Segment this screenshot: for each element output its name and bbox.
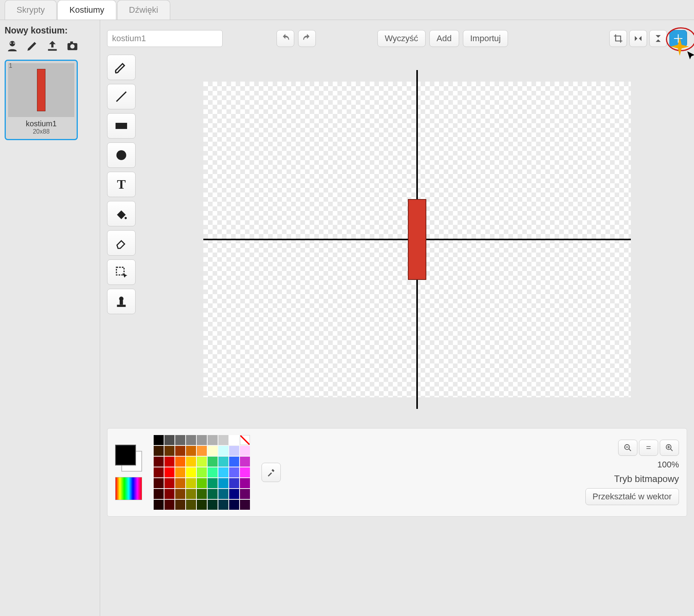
zoom-in-button[interactable] <box>660 440 679 456</box>
palette-color[interactable] <box>197 457 207 467</box>
flip-vertical-button[interactable] <box>649 30 667 47</box>
add-button[interactable]: Add <box>429 30 459 47</box>
camera-icon[interactable] <box>65 38 80 54</box>
paint-icon[interactable] <box>25 38 40 54</box>
palette-color[interactable] <box>218 457 228 467</box>
zoom-reset-button[interactable]: = <box>639 440 658 456</box>
palette-color[interactable] <box>240 446 250 456</box>
palette-color[interactable] <box>164 478 174 488</box>
convert-to-vector-button[interactable]: Przekształć w wektor <box>585 488 679 505</box>
palette-color[interactable] <box>208 478 218 488</box>
palette-color[interactable] <box>175 489 185 499</box>
text-tool[interactable]: T <box>107 172 136 197</box>
fg-bg-swatch[interactable] <box>115 445 142 472</box>
palette-color[interactable] <box>240 435 250 445</box>
palette-color[interactable] <box>197 500 207 510</box>
palette-color[interactable] <box>186 478 196 488</box>
palette-color[interactable] <box>175 478 185 488</box>
palette-color[interactable] <box>175 467 185 477</box>
fill-tool[interactable] <box>107 201 136 226</box>
color-gradient-picker[interactable] <box>115 477 142 500</box>
palette-color[interactable] <box>208 446 218 456</box>
palette-color[interactable] <box>186 446 196 456</box>
palette-color[interactable] <box>240 478 250 488</box>
palette-color[interactable] <box>154 489 164 499</box>
palette-color[interactable] <box>229 457 239 467</box>
rectangle-tool[interactable] <box>107 113 136 139</box>
palette-color[interactable] <box>240 489 250 499</box>
ellipse-tool[interactable] <box>107 142 136 168</box>
palette-color[interactable] <box>175 435 185 445</box>
clear-button[interactable]: Wyczyść <box>377 30 426 47</box>
palette-color[interactable] <box>240 457 250 467</box>
palette-color[interactable] <box>164 435 174 445</box>
palette-color[interactable] <box>197 489 207 499</box>
eraser-tool[interactable] <box>107 230 136 256</box>
palette-color[interactable] <box>186 457 196 467</box>
palette-color[interactable] <box>208 467 218 477</box>
color-palette[interactable] <box>154 435 250 510</box>
redo-button[interactable] <box>298 30 316 47</box>
palette-color[interactable] <box>197 446 207 456</box>
foreground-color-swatch[interactable] <box>115 445 136 465</box>
palette-color[interactable] <box>218 467 228 477</box>
eyedropper-button[interactable] <box>262 463 281 482</box>
palette-color[interactable] <box>186 489 196 499</box>
palette-color[interactable] <box>218 478 228 488</box>
flip-horizontal-button[interactable] <box>629 30 647 47</box>
palette-color[interactable] <box>218 489 228 499</box>
library-icon[interactable] <box>5 38 20 54</box>
palette-color[interactable] <box>208 500 218 510</box>
palette-color[interactable] <box>175 446 185 456</box>
palette-color[interactable] <box>154 478 164 488</box>
select-tool[interactable] <box>107 259 136 285</box>
palette-color[interactable] <box>229 478 239 488</box>
palette-color[interactable] <box>154 435 164 445</box>
palette-color[interactable] <box>229 467 239 477</box>
drawing-canvas[interactable] <box>203 82 631 397</box>
palette-color[interactable] <box>218 446 228 456</box>
palette-color[interactable] <box>164 467 174 477</box>
crop-button[interactable] <box>609 30 627 47</box>
palette-color[interactable] <box>164 457 174 467</box>
palette-color[interactable] <box>197 478 207 488</box>
import-button[interactable]: Importuj <box>463 30 508 47</box>
palette-color[interactable] <box>186 500 196 510</box>
zoom-out-button[interactable] <box>618 440 637 456</box>
brush-tool[interactable] <box>107 55 136 80</box>
palette-color[interactable] <box>208 435 218 445</box>
palette-color[interactable] <box>186 467 196 477</box>
upload-icon[interactable] <box>45 38 60 54</box>
stamp-tool[interactable] <box>107 289 136 314</box>
palette-color[interactable] <box>154 467 164 477</box>
costume-name-input[interactable] <box>107 30 223 47</box>
palette-color[interactable] <box>175 500 185 510</box>
tab-sounds[interactable]: Dźwięki <box>117 0 170 20</box>
palette-color[interactable] <box>218 435 228 445</box>
palette-color[interactable] <box>164 489 174 499</box>
palette-color[interactable] <box>164 446 174 456</box>
tab-scripts[interactable]: Skrypty <box>5 0 57 20</box>
palette-color[interactable] <box>240 500 250 510</box>
palette-color[interactable] <box>154 457 164 467</box>
palette-color[interactable] <box>240 467 250 477</box>
palette-color[interactable] <box>229 500 239 510</box>
palette-color[interactable] <box>197 435 207 445</box>
palette-color[interactable] <box>164 500 174 510</box>
palette-color[interactable] <box>175 457 185 467</box>
palette-color[interactable] <box>186 435 196 445</box>
palette-color[interactable] <box>154 500 164 510</box>
palette-color[interactable] <box>229 489 239 499</box>
undo-button[interactable] <box>277 30 294 47</box>
costume-thumbnail[interactable]: 1 kostium1 20x88 <box>5 60 78 140</box>
palette-color[interactable] <box>208 489 218 499</box>
set-center-button[interactable] <box>669 30 687 47</box>
palette-color[interactable] <box>197 467 207 477</box>
line-tool[interactable] <box>107 84 136 109</box>
palette-color[interactable] <box>208 457 218 467</box>
tab-costumes[interactable]: Kostiumy <box>57 0 116 20</box>
palette-color[interactable] <box>229 435 239 445</box>
palette-color[interactable] <box>218 500 228 510</box>
palette-color[interactable] <box>154 446 164 456</box>
palette-color[interactable] <box>229 446 239 456</box>
